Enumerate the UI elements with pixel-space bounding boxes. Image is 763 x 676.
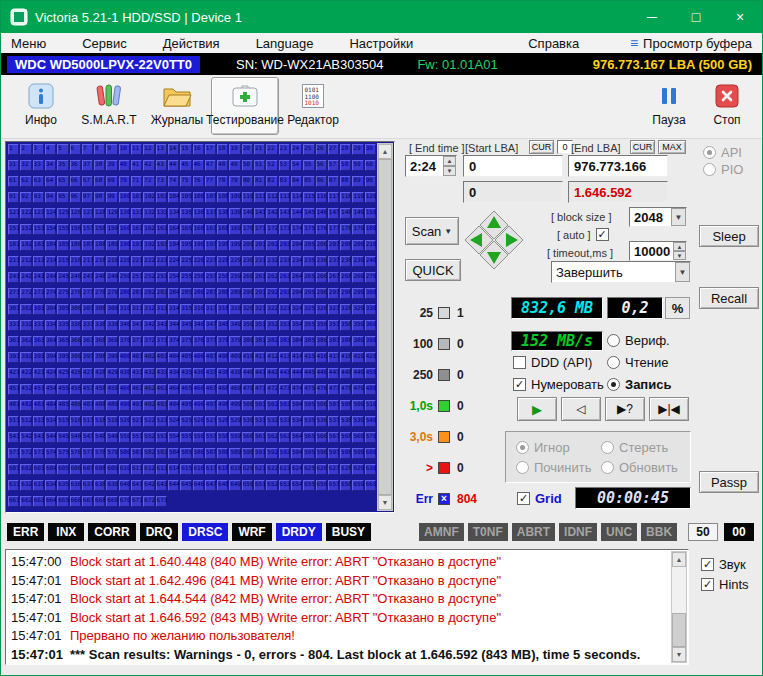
register-values: 50 00 (688, 523, 756, 541)
spin-down-icon[interactable]: ▼ (443, 166, 456, 176)
scan-block: 306 (70, 304, 81, 315)
log-scroll-thumb[interactable] (672, 613, 686, 647)
start-cur-button[interactable]: CUR (529, 140, 554, 154)
jump-end-button[interactable]: ▶|◀ (649, 397, 689, 421)
end-time-spinner[interactable]: 2:24 ▲▼ (405, 155, 457, 177)
scan-block: 149 (352, 208, 363, 219)
spin-down-icon[interactable]: ▼ (673, 251, 686, 260)
log-section: 15:47:00 Block start at 1.640.448 (840 M… (1, 547, 762, 669)
menu-item[interactable]: Language (256, 36, 314, 51)
log-scroll-track[interactable] (672, 567, 686, 647)
end-cur-button[interactable]: CUR (630, 140, 655, 154)
ddd-api-checkbox[interactable]: DDD (API) (513, 355, 592, 370)
grid-checkbox[interactable]: ✓Grid (517, 491, 562, 506)
scan-block: 641 (131, 480, 142, 491)
smart-button[interactable]: S.M.A.R.T (75, 77, 143, 135)
scan-block: 77 (205, 176, 216, 187)
scroll-up-icon[interactable]: ▲ (378, 144, 392, 159)
verify-radio[interactable]: Вериф. (607, 333, 670, 348)
block-size-select[interactable]: 2048 ▼ (629, 207, 687, 227)
info-button[interactable]: Инфо (7, 77, 75, 135)
start-test-button[interactable]: ▶ (517, 397, 557, 421)
timeout-spinner[interactable]: 10000 ▲▼ (629, 241, 687, 261)
step-back-button[interactable]: ◁ (561, 397, 601, 421)
buffer-view-button[interactable]: ≡ Просмотр буфера (630, 35, 752, 51)
scan-block: 386 (316, 336, 327, 347)
ignore-radio[interactable]: Игнор (516, 440, 595, 455)
grid-scrollbar[interactable]: ▲ ▼ (377, 143, 393, 511)
passp-button[interactable]: Passp (699, 471, 759, 493)
scroll-down-icon[interactable]: ▼ (378, 495, 392, 510)
api-radio-label: API (721, 145, 742, 160)
hints-checkbox[interactable]: ✓Hints (701, 577, 749, 592)
start-lba-input[interactable]: 0 (463, 155, 563, 177)
menu-item[interactable]: Сервис (82, 36, 127, 51)
scan-block: 563 (279, 432, 290, 443)
menu-item[interactable]: Настройки (349, 36, 413, 51)
scan-block: 574 (45, 448, 56, 459)
grid-scroll-thumb[interactable] (378, 159, 392, 495)
menu-item[interactable]: Справка (528, 36, 579, 51)
scan-block: 606 (70, 464, 81, 475)
scan-block: 180 (365, 224, 376, 235)
log-scrollbar[interactable]: ▲ ▼ (671, 551, 687, 663)
menu-item[interactable]: Действия (163, 36, 220, 51)
chevron-down-icon[interactable]: ▼ (675, 262, 690, 282)
sound-checkbox[interactable]: ✓Звук (701, 557, 749, 572)
skip-forward-button[interactable]: ▶? (605, 397, 645, 421)
scan-block: 654 (291, 480, 302, 491)
finish-action-select[interactable]: Завершить ▼ (551, 261, 691, 283)
scan-block: 500 (242, 400, 253, 411)
scan-block: 502 (266, 400, 277, 411)
write-radio-label: Запись (625, 377, 671, 392)
scan-block: 143 (279, 208, 290, 219)
spin-up-icon[interactable]: ▲ (443, 156, 456, 166)
numerate-checkbox[interactable]: ✓Нумеровать (513, 377, 604, 392)
pause-button-label: Пауза (652, 113, 685, 127)
recall-button[interactable]: Recall (699, 287, 759, 309)
scan-block: 104 (168, 192, 179, 203)
end-lba-input[interactable]: 976.773.166 (568, 155, 668, 177)
svg-text:1010: 1010 (305, 99, 320, 106)
lba-nav-pad[interactable] (463, 209, 525, 274)
journals-button[interactable]: Журналы (143, 77, 211, 135)
scan-block: 12 (143, 144, 154, 155)
read-radio[interactable]: Чтение (607, 355, 668, 370)
maximize-icon[interactable]: □ (674, 1, 718, 33)
status-led: BUSY (326, 523, 371, 541)
stop-button[interactable]: Стоп (698, 77, 756, 135)
scan-block: 2 (20, 144, 31, 155)
spin-up-icon[interactable]: ▲ (673, 242, 686, 251)
pause-button[interactable]: Пауза (640, 77, 698, 135)
scroll-down-icon[interactable]: ▼ (672, 647, 686, 662)
scan-block: 649 (229, 480, 240, 491)
scan-block: 348 (217, 320, 228, 331)
legend-label: 250 (401, 368, 433, 382)
api-radio[interactable]: API (703, 145, 742, 160)
scan-block: 670 (119, 496, 130, 507)
scan-block: 190 (119, 240, 130, 251)
erase-radio[interactable]: Стереть (601, 440, 680, 455)
legend-item: > 0 (401, 460, 477, 476)
refresh-radio[interactable]: Обновить (601, 460, 680, 475)
grid-scroll-track[interactable] (378, 159, 392, 495)
quick-button[interactable]: QUICK (405, 259, 461, 281)
scan-block: 188 (94, 240, 105, 251)
chevron-down-icon[interactable]: ▼ (671, 208, 686, 226)
window-title: Victoria 5.21-1 HDD/SSD | Device 1 (35, 10, 242, 25)
minimize-icon[interactable]: ─ (630, 1, 674, 33)
write-radio[interactable]: Запись (607, 377, 671, 392)
testing-button[interactable]: Тестирование (211, 77, 279, 135)
scan-block: 32 (20, 160, 31, 171)
editor-button[interactable]: 010111001010 Редактор (279, 77, 347, 135)
menu-item[interactable]: Меню (11, 36, 46, 51)
sleep-button[interactable]: Sleep (699, 225, 759, 247)
pio-radio[interactable]: PIO (703, 162, 743, 177)
repair-radio[interactable]: Починить (516, 460, 595, 475)
scan-button[interactable]: Scan ▼ (405, 217, 459, 245)
radio-dot (607, 378, 620, 391)
end-max-button[interactable]: MAX (658, 140, 686, 154)
close-icon[interactable]: × (718, 1, 762, 33)
auto-checkbox[interactable]: [ auto ] ✓ (557, 228, 609, 241)
scroll-up-icon[interactable]: ▲ (672, 552, 686, 567)
